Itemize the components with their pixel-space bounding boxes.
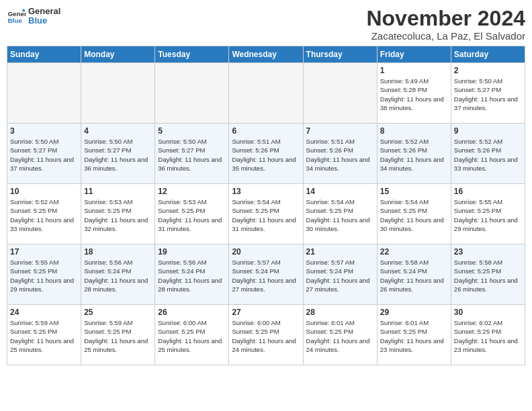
calendar-week-row: 10Sunrise: 5:52 AM Sunset: 5:25 PM Dayli… bbox=[7, 184, 525, 244]
calendar-cell: 14Sunrise: 5:54 AM Sunset: 5:25 PM Dayli… bbox=[303, 184, 377, 244]
logo-line1: General bbox=[28, 7, 60, 16]
calendar-cell: 25Sunrise: 5:59 AM Sunset: 5:25 PM Dayli… bbox=[81, 305, 155, 365]
day-number: 18 bbox=[84, 247, 152, 257]
page-header: General Blue General Blue November 2024 … bbox=[7, 7, 525, 42]
day-number: 23 bbox=[454, 247, 522, 257]
weekday-header: Wednesday bbox=[229, 46, 303, 63]
calendar-cell: 26Sunrise: 6:00 AM Sunset: 5:25 PM Dayli… bbox=[155, 305, 229, 365]
calendar-week-row: 24Sunrise: 5:59 AM Sunset: 5:25 PM Dayli… bbox=[7, 305, 525, 365]
day-number: 21 bbox=[306, 247, 374, 257]
weekday-header: Friday bbox=[377, 46, 451, 63]
calendar-cell: 21Sunrise: 5:57 AM Sunset: 5:24 PM Dayli… bbox=[303, 244, 377, 305]
calendar-cell: 3Sunrise: 5:50 AM Sunset: 5:27 PM Daylig… bbox=[7, 124, 81, 184]
day-number: 15 bbox=[380, 187, 448, 196]
day-number: 6 bbox=[232, 126, 300, 136]
day-number: 11 bbox=[84, 187, 152, 196]
day-info: Sunrise: 6:00 AM Sunset: 5:25 PM Dayligh… bbox=[232, 318, 300, 354]
calendar-cell: 5Sunrise: 5:50 AM Sunset: 5:27 PM Daylig… bbox=[155, 124, 229, 184]
day-number: 10 bbox=[10, 187, 78, 196]
calendar-header-row: SundayMondayTuesdayWednesdayThursdayFrid… bbox=[7, 46, 525, 63]
logo-line2: Blue bbox=[28, 16, 60, 26]
weekday-header: Saturday bbox=[451, 46, 525, 63]
day-number: 3 bbox=[10, 126, 78, 136]
calendar-cell: 27Sunrise: 6:00 AM Sunset: 5:25 PM Dayli… bbox=[229, 305, 303, 365]
calendar-cell: 1Sunrise: 5:49 AM Sunset: 5:28 PM Daylig… bbox=[377, 63, 451, 124]
day-info: Sunrise: 5:49 AM Sunset: 5:28 PM Dayligh… bbox=[380, 77, 448, 112]
day-number: 16 bbox=[454, 187, 522, 196]
calendar-cell: 20Sunrise: 5:57 AM Sunset: 5:24 PM Dayli… bbox=[229, 244, 303, 305]
day-info: Sunrise: 5:58 AM Sunset: 5:25 PM Dayligh… bbox=[454, 258, 522, 293]
logo-text: General Blue bbox=[28, 7, 60, 26]
calendar-cell: 19Sunrise: 5:56 AM Sunset: 5:24 PM Dayli… bbox=[155, 244, 229, 305]
day-info: Sunrise: 5:54 AM Sunset: 5:25 PM Dayligh… bbox=[306, 197, 374, 233]
calendar-cell: 11Sunrise: 5:53 AM Sunset: 5:25 PM Dayli… bbox=[81, 184, 155, 244]
location-title: Zacatecoluca, La Paz, El Salvador bbox=[366, 30, 525, 42]
day-number: 25 bbox=[84, 308, 152, 317]
day-info: Sunrise: 5:52 AM Sunset: 5:25 PM Dayligh… bbox=[10, 197, 78, 233]
day-number: 24 bbox=[10, 308, 78, 317]
calendar-cell bbox=[229, 63, 303, 124]
weekday-header: Tuesday bbox=[155, 46, 229, 63]
calendar-cell: 7Sunrise: 5:51 AM Sunset: 5:26 PM Daylig… bbox=[303, 124, 377, 184]
title-block: November 2024 Zacatecoluca, La Paz, El S… bbox=[366, 7, 525, 42]
day-info: Sunrise: 5:51 AM Sunset: 5:26 PM Dayligh… bbox=[232, 137, 300, 173]
day-number: 29 bbox=[380, 308, 448, 317]
day-info: Sunrise: 5:56 AM Sunset: 5:24 PM Dayligh… bbox=[84, 258, 152, 293]
day-info: Sunrise: 5:59 AM Sunset: 5:25 PM Dayligh… bbox=[84, 318, 152, 354]
calendar-cell: 17Sunrise: 5:55 AM Sunset: 5:25 PM Dayli… bbox=[7, 244, 81, 305]
calendar-cell: 23Sunrise: 5:58 AM Sunset: 5:25 PM Dayli… bbox=[451, 244, 525, 305]
calendar-table: SundayMondayTuesdayWednesdayThursdayFrid… bbox=[7, 46, 525, 365]
day-info: Sunrise: 5:55 AM Sunset: 5:25 PM Dayligh… bbox=[10, 258, 78, 293]
day-number: 2 bbox=[454, 66, 522, 75]
calendar-week-row: 17Sunrise: 5:55 AM Sunset: 5:25 PM Dayli… bbox=[7, 244, 525, 305]
day-info: Sunrise: 5:54 AM Sunset: 5:25 PM Dayligh… bbox=[380, 197, 448, 233]
calendar-cell: 28Sunrise: 6:01 AM Sunset: 5:25 PM Dayli… bbox=[303, 305, 377, 365]
weekday-header: Thursday bbox=[303, 46, 377, 63]
day-info: Sunrise: 6:01 AM Sunset: 5:25 PM Dayligh… bbox=[380, 318, 448, 354]
day-info: Sunrise: 5:57 AM Sunset: 5:24 PM Dayligh… bbox=[232, 258, 300, 293]
calendar-cell: 6Sunrise: 5:51 AM Sunset: 5:26 PM Daylig… bbox=[229, 124, 303, 184]
calendar-cell: 15Sunrise: 5:54 AM Sunset: 5:25 PM Dayli… bbox=[377, 184, 451, 244]
day-number: 20 bbox=[232, 247, 300, 257]
day-info: Sunrise: 5:50 AM Sunset: 5:27 PM Dayligh… bbox=[454, 77, 522, 112]
logo-icon: General Blue bbox=[7, 7, 26, 26]
calendar-cell bbox=[81, 63, 155, 124]
calendar-cell: 29Sunrise: 6:01 AM Sunset: 5:25 PM Dayli… bbox=[377, 305, 451, 365]
calendar-cell: 16Sunrise: 5:55 AM Sunset: 5:25 PM Dayli… bbox=[451, 184, 525, 244]
day-info: Sunrise: 5:59 AM Sunset: 5:25 PM Dayligh… bbox=[10, 318, 78, 354]
day-number: 5 bbox=[158, 126, 226, 136]
calendar-cell: 18Sunrise: 5:56 AM Sunset: 5:24 PM Dayli… bbox=[81, 244, 155, 305]
calendar-cell: 4Sunrise: 5:50 AM Sunset: 5:27 PM Daylig… bbox=[81, 124, 155, 184]
calendar-cell bbox=[303, 63, 377, 124]
day-info: Sunrise: 5:58 AM Sunset: 5:24 PM Dayligh… bbox=[380, 258, 448, 293]
day-info: Sunrise: 5:52 AM Sunset: 5:26 PM Dayligh… bbox=[454, 137, 522, 173]
day-info: Sunrise: 5:53 AM Sunset: 5:25 PM Dayligh… bbox=[158, 197, 226, 233]
day-number: 12 bbox=[158, 187, 226, 196]
day-info: Sunrise: 5:54 AM Sunset: 5:25 PM Dayligh… bbox=[232, 197, 300, 233]
day-info: Sunrise: 5:51 AM Sunset: 5:26 PM Dayligh… bbox=[306, 137, 374, 173]
day-number: 14 bbox=[306, 187, 374, 196]
day-number: 30 bbox=[454, 308, 522, 317]
day-number: 4 bbox=[84, 126, 152, 136]
day-number: 22 bbox=[380, 247, 448, 257]
weekday-header: Sunday bbox=[7, 46, 81, 63]
calendar-cell: 12Sunrise: 5:53 AM Sunset: 5:25 PM Dayli… bbox=[155, 184, 229, 244]
calendar-cell: 10Sunrise: 5:52 AM Sunset: 5:25 PM Dayli… bbox=[7, 184, 81, 244]
calendar-week-row: 1Sunrise: 5:49 AM Sunset: 5:28 PM Daylig… bbox=[7, 63, 525, 124]
calendar-cell: 13Sunrise: 5:54 AM Sunset: 5:25 PM Dayli… bbox=[229, 184, 303, 244]
day-number: 28 bbox=[306, 308, 374, 317]
day-info: Sunrise: 5:52 AM Sunset: 5:26 PM Dayligh… bbox=[380, 137, 448, 173]
calendar-cell bbox=[155, 63, 229, 124]
calendar-week-row: 3Sunrise: 5:50 AM Sunset: 5:27 PM Daylig… bbox=[7, 124, 525, 184]
calendar-cell: 30Sunrise: 6:02 AM Sunset: 5:25 PM Dayli… bbox=[451, 305, 525, 365]
day-info: Sunrise: 6:01 AM Sunset: 5:25 PM Dayligh… bbox=[306, 318, 374, 354]
calendar-cell: 8Sunrise: 5:52 AM Sunset: 5:26 PM Daylig… bbox=[377, 124, 451, 184]
day-info: Sunrise: 5:55 AM Sunset: 5:25 PM Dayligh… bbox=[454, 197, 522, 233]
day-number: 27 bbox=[232, 308, 300, 317]
calendar-cell: 9Sunrise: 5:52 AM Sunset: 5:26 PM Daylig… bbox=[451, 124, 525, 184]
day-info: Sunrise: 6:00 AM Sunset: 5:25 PM Dayligh… bbox=[158, 318, 226, 354]
calendar-cell: 22Sunrise: 5:58 AM Sunset: 5:24 PM Dayli… bbox=[377, 244, 451, 305]
calendar-cell bbox=[7, 63, 81, 124]
day-info: Sunrise: 5:50 AM Sunset: 5:27 PM Dayligh… bbox=[158, 137, 226, 173]
day-info: Sunrise: 6:02 AM Sunset: 5:25 PM Dayligh… bbox=[454, 318, 522, 354]
